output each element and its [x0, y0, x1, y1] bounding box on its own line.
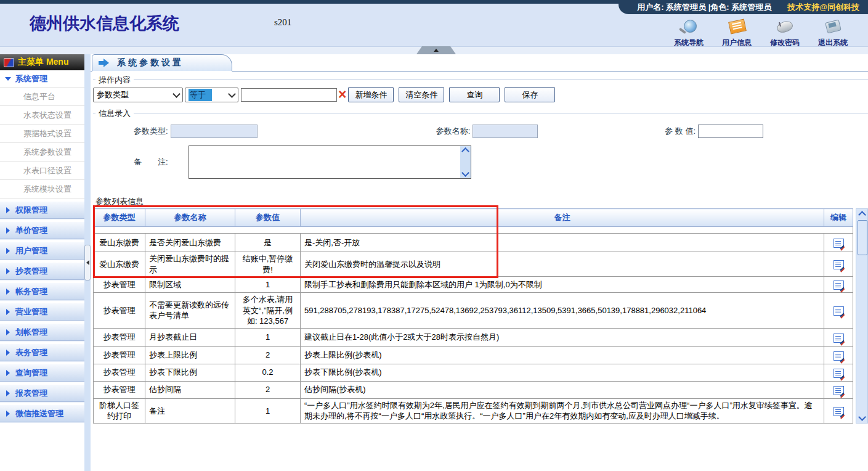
remark-label: 备 注:	[134, 145, 189, 168]
sidebar-item-system-modules[interactable]: 系统模块设置	[0, 180, 84, 199]
sidebar-group-users[interactable]: 用户管理	[0, 242, 84, 260]
edit-icon[interactable]	[834, 369, 844, 378]
edit-icon[interactable]	[834, 260, 844, 269]
sidebar-group-accounting[interactable]: 帐务管理	[0, 282, 84, 300]
param-name-input[interactable]	[473, 125, 538, 138]
sidebar-group-label: 权限管理	[15, 205, 47, 216]
remove-condition-icon[interactable]: ×	[338, 88, 346, 102]
tab-system-params[interactable]: 系统参数设置	[92, 54, 232, 72]
param-type-input[interactable]	[171, 125, 258, 138]
sidebar-collapse-handle[interactable]	[84, 245, 91, 281]
table-row: 抄表管理 不需要更新读数的远传表户号清单 多个水表,请用英文“,”隔开,例如: …	[94, 293, 853, 329]
sidebar-item-receipt-format[interactable]: 票据格式设置	[0, 125, 84, 143]
param-list-section: 参数列表信息 参数类型 参数名称 参数值 备注 编辑	[93, 196, 868, 424]
cell-type: 抄表管理	[94, 277, 145, 293]
save-button[interactable]: 保存	[505, 87, 555, 102]
arrow-right-icon	[99, 59, 110, 67]
chevron-right-icon	[6, 411, 10, 417]
table-scrollbar[interactable]	[856, 208, 868, 424]
sidebar-group-label: 用户管理	[15, 245, 47, 256]
col-header-type[interactable]: 参数类型	[94, 209, 145, 227]
param-table-zone: 参数类型 参数名称 参数值 备注 编辑 爱山东缴费 是否关闭爱山东缴费 是	[93, 208, 868, 424]
sidebar-group-permission[interactable]: 权限管理	[0, 201, 84, 219]
exit-system-button[interactable]: 退出系统	[814, 18, 852, 48]
cell-type: 抄表管理	[94, 293, 145, 329]
cell-value: 是	[235, 234, 301, 252]
sidebar-group-label: 划帐管理	[15, 327, 47, 338]
remark-textarea[interactable]	[189, 145, 471, 179]
table-row: 抄表管理 估抄间隔 2 估抄间隔(抄表机)	[94, 381, 853, 398]
exit-system-icon	[822, 18, 844, 36]
params-table: 参数类型 参数名称 参数值 备注 编辑 爱山东缴费 是否关闭爱山东缴费 是	[93, 208, 853, 424]
support-link[interactable]: 技术支持@同创科技	[787, 2, 859, 13]
edit-icon[interactable]	[834, 386, 844, 395]
scroll-up-icon[interactable]	[461, 147, 469, 155]
edit-icon[interactable]	[834, 306, 844, 316]
sidebar-group-system[interactable]: 系统管理	[0, 70, 84, 88]
user-role-label: 用户名: 系统管理员 |角色: 系统管理员	[637, 2, 771, 13]
scroll-down-icon[interactable]	[858, 413, 866, 421]
edit-icon[interactable]	[834, 407, 844, 416]
sidebar-item-system-params[interactable]: 系统参数设置	[0, 143, 84, 162]
cell-name: 抄表上限比例	[145, 346, 235, 364]
collapse-left-icon	[86, 260, 89, 265]
header-spacer-row	[94, 227, 853, 234]
edit-icon[interactable]	[834, 334, 844, 343]
sidebar-group-transfer[interactable]: 划帐管理	[0, 323, 84, 341]
col-header-edit[interactable]: 编辑	[824, 209, 853, 227]
scroll-up-icon[interactable]	[858, 211, 866, 219]
cell-remark: 关闭爱山东缴费时的温馨提示以及说明	[301, 252, 824, 277]
textarea-scrollbar[interactable]	[460, 146, 471, 178]
cell-value: 1	[235, 328, 301, 346]
sidebar-group-label: 系统管理	[15, 73, 47, 84]
sidebar-group-meter-reading[interactable]: 抄表管理	[0, 262, 84, 280]
table-row: 爱山东缴费 关闭爱山东缴费时的提示 结账中,暂停缴费! 关闭爱山东缴费时的温馨提…	[94, 252, 853, 277]
cell-remark: 建议截止日在1-28(此值小于2或大于28时表示按自然月)	[301, 328, 824, 346]
menu-icon	[4, 58, 14, 67]
col-header-remark[interactable]: 备注	[301, 209, 824, 227]
edit-icon[interactable]	[834, 281, 844, 290]
user-info-button[interactable]: 用户信息	[718, 18, 756, 48]
sidebar-item-label: 信息平台	[23, 91, 55, 102]
sidebar-item-info-platform[interactable]: 信息平台	[0, 88, 84, 106]
tab-title: 系统参数设置	[117, 57, 184, 68]
system-navigation-button[interactable]: 系统导航	[670, 18, 708, 48]
param-value-input[interactable]	[698, 125, 763, 138]
table-row: 抄表管理 抄表下限比例 0.2 抄表下限比例(抄表机)	[94, 364, 853, 381]
sidebar-group-report[interactable]: 报表管理	[0, 384, 84, 402]
sidebar-group-unit-price[interactable]: 单价管理	[0, 221, 84, 239]
operator-select[interactable]: 等于	[185, 88, 238, 102]
scroll-down-icon[interactable]	[461, 169, 469, 177]
condition-value-input[interactable]	[241, 88, 337, 102]
sidebar-item-label: 系统参数设置	[23, 147, 71, 158]
col-header-name[interactable]: 参数名称	[145, 209, 235, 227]
query-button[interactable]: 查询	[449, 87, 500, 102]
param-name-group: 参数名称:	[436, 125, 538, 138]
edit-icon[interactable]	[834, 239, 844, 248]
scroll-thumb[interactable]	[858, 220, 867, 255]
sidebar-group-wechat-push[interactable]: 微信推送管理	[0, 404, 84, 422]
change-password-button[interactable]: 修改密码	[766, 18, 804, 48]
sidebar-group-business[interactable]: 营业管理	[0, 303, 84, 321]
chevron-right-icon	[6, 350, 10, 356]
sidebar-item-label: 票据格式设置	[23, 128, 71, 139]
cell-value: 0.2	[235, 364, 301, 381]
cell-remark: 591,288705,278193,178387,17275,52478,136…	[301, 293, 824, 329]
header-collapse-handle[interactable]	[416, 46, 456, 54]
col-header-value[interactable]: 参数值	[235, 209, 301, 227]
tab-bar: 系统参数设置	[91, 54, 868, 72]
navigation-icon	[678, 18, 700, 36]
cell-remark: 抄表上限比例(抄表机)	[301, 346, 824, 364]
sidebar-group-query[interactable]: 查询管理	[0, 364, 84, 382]
clear-condition-button[interactable]: 清空条件	[399, 87, 444, 102]
sidebar-group-label: 抄表管理	[15, 266, 47, 277]
edit-icon[interactable]	[834, 351, 844, 361]
chevron-down-icon	[172, 90, 180, 98]
field-type-select[interactable]: 参数类型	[93, 88, 183, 102]
add-condition-button[interactable]: 新增条件	[348, 87, 394, 102]
sidebar-item-meter-status[interactable]: 水表状态设置	[0, 106, 84, 125]
sidebar-item-meter-caliber[interactable]: 水表口径设置	[0, 162, 84, 180]
sidebar-group-label: 查询管理	[15, 367, 47, 379]
sidebar-group-label: 单价管理	[15, 225, 47, 236]
sidebar-group-meter-mgmt[interactable]: 表务管理	[0, 343, 84, 361]
